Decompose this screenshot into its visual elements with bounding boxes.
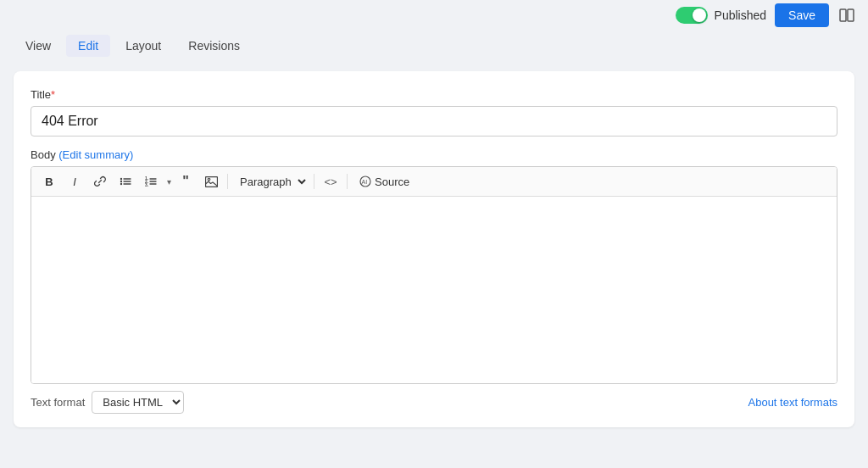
svg-point-3 [120, 181, 122, 182]
svg-text:AI: AI [362, 179, 368, 185]
source-label: Source [375, 176, 409, 188]
editor-body[interactable] [31, 197, 837, 383]
svg-point-15 [208, 178, 210, 181]
editor-wrapper: B I [31, 166, 837, 384]
text-format-select[interactable]: Basic HTML Full HTML Plain text [92, 391, 184, 414]
tab-view[interactable]: View [14, 35, 63, 57]
svg-point-2 [120, 178, 122, 180]
body-label: Body (Edit summary) [31, 148, 837, 161]
blockquote-button[interactable]: " [175, 170, 197, 192]
about-formats-link[interactable]: About text formats [748, 396, 838, 409]
title-required: * [51, 88, 55, 101]
image-button[interactable] [200, 170, 222, 192]
list-dropdown-chevron[interactable]: ▾ [167, 177, 171, 187]
text-format-label: Text format [31, 396, 85, 409]
main-content: Title* Body (Edit summary) B I [0, 61, 868, 441]
toolbar-sep-3 [347, 174, 348, 189]
svg-rect-0 [840, 9, 846, 21]
title-input[interactable] [31, 106, 837, 136]
svg-rect-1 [848, 9, 854, 21]
paragraph-select[interactable]: Paragraph Heading 1 Heading 2 Heading 3 [233, 173, 309, 191]
edit-summary-link[interactable]: (Edit summary) [58, 148, 133, 161]
bullet-list-button[interactable] [114, 170, 136, 192]
toggle-thumb [693, 8, 706, 22]
svg-text:3.: 3. [145, 182, 149, 187]
published-label: Published [715, 8, 767, 22]
form-card: Title* Body (Edit summary) B I [14, 71, 854, 427]
paragraph-select-group: Paragraph Heading 1 Heading 2 Heading 3 [233, 173, 309, 191]
tab-edit[interactable]: Edit [66, 35, 110, 57]
tab-layout[interactable]: Layout [114, 35, 173, 57]
ordered-list-button[interactable]: 1. 2. 3. [140, 170, 162, 192]
code-view-button[interactable]: <> [320, 170, 342, 192]
nav-tabs: View Edit Layout Revisions [0, 31, 868, 61]
source-button[interactable]: AI Source [353, 173, 416, 191]
tab-revisions[interactable]: Revisions [176, 35, 252, 57]
italic-button[interactable]: I [64, 170, 86, 192]
save-button[interactable]: Save [775, 3, 829, 27]
toolbar-sep-2 [314, 174, 314, 189]
top-bar: Published Save [0, 0, 868, 31]
published-toggle[interactable] [676, 7, 708, 24]
svg-point-4 [120, 183, 122, 185]
published-toggle-container: Published [676, 7, 767, 24]
title-label: Title* [31, 88, 837, 101]
link-button[interactable] [89, 170, 111, 192]
text-format-row: Text format Basic HTML Full HTML Plain t… [31, 391, 837, 414]
columns-icon[interactable] [837, 6, 856, 25]
text-format-left: Text format Basic HTML Full HTML Plain t… [31, 391, 184, 414]
toolbar-sep-1 [227, 174, 228, 189]
bold-button[interactable]: B [38, 170, 60, 192]
editor-toolbar: B I [31, 167, 837, 197]
